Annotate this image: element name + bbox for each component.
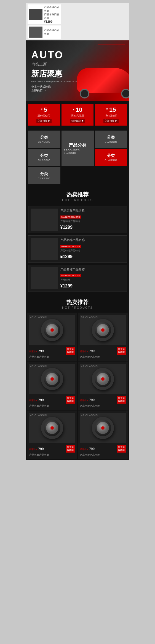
product-card-2[interactable]: 产品名称产品名称 MAIN PRODUCTS 产品特性产品特性 ¥1299	[28, 235, 127, 263]
coupon-symbol-1: ¥	[41, 107, 43, 111]
category-item-1[interactable]: 分类 CLASSIC	[28, 131, 60, 148]
tire-card-5[interactable]: 43 CLASSIC 特惠价¥ 799	[27, 411, 78, 459]
tire-outer-4	[92, 368, 114, 390]
tire-buy-btn-4[interactable]: 抢先加购物车	[117, 396, 126, 404]
tire-price-val-1: 799	[38, 349, 44, 353]
product-img-2	[31, 238, 58, 260]
category-item-3[interactable]: 分类 CLASSIC	[95, 131, 127, 148]
product-name-2: 产品名称产品名称	[60, 238, 125, 242]
cat-label-5: 分类	[107, 153, 115, 158]
category-item-4[interactable]: 分类 CLASSIC	[28, 149, 60, 166]
tire-buy-btn-3[interactable]: 抢先加购物车	[66, 396, 75, 404]
cat-label-1: 分类	[40, 135, 48, 140]
tire-name-6: 产品名称产品名称	[80, 453, 126, 457]
coupon-btn-2[interactable]: 立即领取 ▶	[70, 119, 85, 123]
top-preview-card-1[interactable]: 产品名称产品名称 产品名称产品名称 ¥1299	[28, 4, 61, 24]
product-card-1[interactable]: 产品名称产品名称 MAIN PRODUCTS 产品特性产品特性 ¥1299	[28, 206, 127, 233]
product-price-3: ¥1299	[60, 284, 125, 289]
coupon-symbol-3: ¥	[106, 107, 108, 111]
coupon-item-3[interactable]: ¥ 15 满50元使用 立即领取 ▶	[95, 104, 127, 126]
hot-section-1-title: 热卖推荐 HOT PRODUCTS	[26, 186, 129, 204]
category-item-2[interactable]: 产品分类 PRODUCTS CLASSIC	[62, 131, 94, 166]
category-item-5[interactable]: 分类 CLASSIC	[95, 149, 127, 166]
hero-border-decoration	[98, 45, 125, 61]
tire-hub-6	[101, 426, 105, 430]
tire-info-3: 特惠价¥ 799 抢先加购物车 产品名称产品名称	[29, 396, 75, 408]
coupon-amount-2: ¥ 10	[63, 106, 92, 113]
tire-special-label-2: 特惠价¥	[80, 350, 88, 353]
coupon-condition-3: 满50元使用	[96, 114, 126, 118]
cat-sublabel-1: CLASSIC	[38, 141, 50, 143]
tire-special-label-4: 特惠价¥	[80, 399, 88, 402]
tire-img-6: 42 CLASSIC	[80, 413, 126, 443]
top-preview-name-2: 产品名称产品名称	[44, 28, 60, 36]
tire-name-2: 产品名称产品名称	[80, 355, 126, 359]
tire-inner-5	[46, 422, 58, 434]
coupon-btn-1[interactable]: 立即领取 ▶	[36, 119, 52, 123]
tire-price-row-4: 特惠价¥ 799 抢先加购物车	[80, 396, 126, 404]
top-preview-img-1	[29, 9, 42, 20]
product-info-1: 产品名称产品名称 MAIN PRODUCTS 产品特性产品特性 ¥1299	[60, 209, 125, 231]
product-attrs-1: 产品特性产品特性	[60, 220, 125, 223]
top-preview-img-2	[29, 27, 42, 38]
tire-img-2: 52 CLASSIC	[80, 315, 126, 345]
tire-wheel-6	[92, 417, 114, 439]
tire-special-label-3: 特惠价¥	[29, 399, 37, 402]
tire-name-1: 产品名称产品名称	[29, 355, 75, 359]
tire-card-1[interactable]: 43 CLASSIC 特惠价¥ 799	[27, 313, 78, 361]
tire-outer-3	[41, 368, 63, 390]
tire-info-6: 特惠价¥ 799 抢先加购物车 产品名称产品名称	[80, 445, 126, 457]
tire-inner-2	[97, 324, 109, 336]
tire-wheel-3	[41, 368, 63, 390]
tire-buy-btn-5[interactable]: 抢先加购物车	[66, 445, 75, 453]
coupon-value-2: 10	[76, 106, 82, 113]
tire-buy-btn-6[interactable]: 抢先加购物车	[117, 445, 126, 453]
tire-info-4: 特惠价¥ 799 抢先加购物车 产品名称产品名称	[80, 396, 126, 408]
product-name-3: 产品名称产品名称	[60, 267, 125, 271]
tire-inner-3	[46, 373, 58, 385]
tire-buy-btn-1[interactable]: 抢先加购物车	[66, 347, 75, 355]
cat-sublabel-5: CLASSIC	[105, 159, 117, 162]
tire-buy-btn-2[interactable]: 抢先加购物车	[117, 347, 126, 355]
category-item-6[interactable]: 分类 CLASSIC	[28, 167, 60, 184]
hot-title-1-sub: HOT PRODUCTS	[26, 198, 129, 202]
hero-car-wheel-left	[80, 89, 89, 98]
tire-card-4[interactable]: 42 CLASSIC 特惠价¥ 799	[78, 362, 128, 410]
cat-label-4: 分类	[40, 153, 48, 158]
tire-wheel-2	[92, 319, 114, 341]
coupon-amount-3: ¥ 15	[96, 106, 126, 113]
coupon-item-1[interactable]: ¥ 5 满50元使用 立即领取 ▶	[28, 104, 60, 126]
tire-special-label-5: 特惠价¥	[29, 448, 37, 451]
tire-card-2[interactable]: 52 CLASSIC 特惠价¥ 799	[78, 313, 128, 361]
tire-outer-1	[41, 319, 63, 341]
tire-name-5: 产品名称产品名称	[29, 453, 75, 457]
coupon-item-2[interactable]: ¥ 10 满50元使用 立即领取 ▶	[62, 104, 93, 126]
tire-wheel-5	[41, 417, 63, 439]
product-card-3[interactable]: 产品名称产品名称 MAIN PRODUCTS 产品特性 ¥1299	[28, 265, 127, 292]
cat-label-3: 分类	[107, 135, 115, 140]
tire-card-6[interactable]: 42 CLASSIC 特惠价¥ 799	[78, 411, 128, 459]
tire-info-1: 特惠价¥ 799 抢先加购物车 产品名称产品名称	[29, 347, 75, 359]
tire-special-label-6: 特惠价¥	[80, 448, 88, 451]
tire-price-label-6: 特惠价¥ 799	[80, 446, 95, 451]
coupon-btn-3[interactable]: 立即领取 ▶	[103, 119, 119, 123]
tire-price-row-5: 特惠价¥ 799 抢先加购物车	[29, 445, 75, 453]
tire-card-3[interactable]: 43 CLASSIC 特惠价¥ 799	[27, 362, 78, 410]
hot-title-2-main: 热卖推荐	[26, 298, 129, 306]
coupon-value-3: 15	[109, 106, 116, 113]
tire-classic-label-5: 43 CLASSIC	[30, 414, 47, 417]
cat-label-6: 分类	[40, 172, 48, 176]
tire-classic-label-1: 43 CLASSIC	[30, 316, 47, 319]
tire-info-5: 特惠价¥ 799 抢先加购物车 产品名称产品名称	[29, 445, 75, 457]
cat-sublabel-2: PRODUCTS CLASSIC	[64, 149, 92, 154]
tire-inner-6	[97, 422, 109, 434]
tire-price-row-3: 特惠价¥ 799 抢先加购物车	[29, 396, 75, 404]
top-preview-section: 产品名称产品名称 产品名称产品名称 ¥1299 产品名称产品名称	[26, 3, 129, 40]
hot-title-1-main: 热卖推荐	[26, 191, 129, 198]
tire-img-5: 43 CLASSIC	[29, 413, 75, 443]
tire-hub-1	[50, 328, 54, 332]
top-preview-card-2[interactable]: 产品名称产品名称	[28, 25, 61, 39]
tire-wheel-4	[92, 368, 114, 390]
product-info-2: 产品名称产品名称 MAIN PRODUCTS 产品特性产品特性 ¥1299	[60, 238, 125, 260]
tire-wheel-1	[41, 319, 63, 341]
